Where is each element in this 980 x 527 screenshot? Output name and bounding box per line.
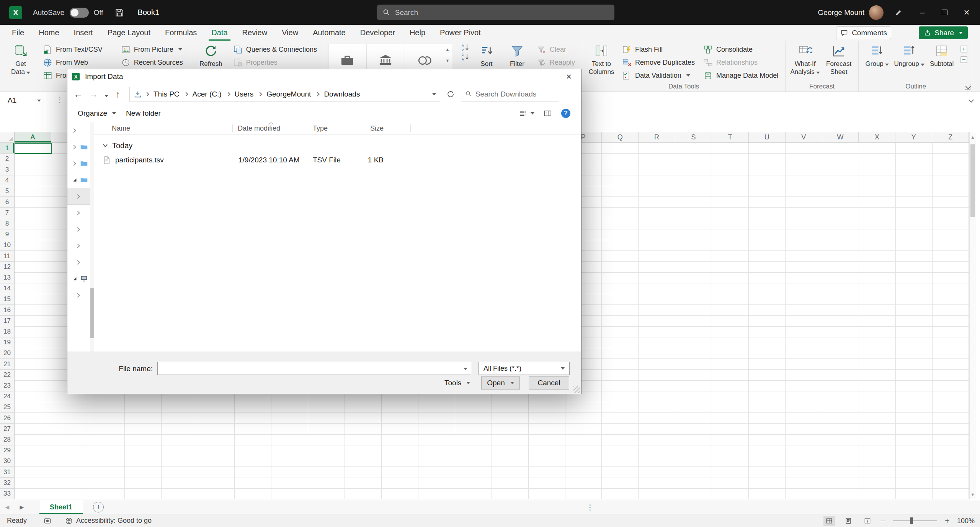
row-header-21[interactable]: 21 — [0, 359, 15, 370]
row-header-29[interactable]: 29 — [0, 445, 15, 456]
row-header-28[interactable]: 28 — [0, 434, 15, 445]
row-header-26[interactable]: 26 — [0, 413, 15, 424]
column-type[interactable]: Type — [313, 124, 328, 133]
row-header-10[interactable]: 10 — [0, 240, 15, 251]
address-dropdown-icon[interactable] — [432, 93, 436, 95]
group-header-today[interactable]: Today — [94, 140, 132, 151]
minimize-button[interactable]: – — [912, 0, 933, 25]
search-input[interactable] — [395, 8, 609, 17]
flash-fill-button[interactable]: Flash Fill — [619, 43, 698, 56]
user-avatar[interactable] — [869, 5, 884, 20]
row-header-23[interactable]: 23 — [0, 380, 15, 391]
column-header-Q[interactable]: Q — [602, 132, 639, 143]
cancel-button[interactable]: Cancel — [529, 376, 569, 390]
column-header-W[interactable]: W — [822, 132, 859, 143]
column-header-X[interactable]: X — [859, 132, 895, 143]
accessibility-status[interactable]: Accessibility: Good to go — [65, 517, 152, 525]
column-divider[interactable] — [410, 124, 411, 132]
get-data-button[interactable]: Get Data — [4, 43, 38, 83]
scroll-up-icon[interactable]: ▲ — [970, 132, 976, 142]
chevron-down-icon[interactable] — [71, 177, 78, 183]
tab-formulas[interactable]: Formulas — [158, 25, 204, 41]
dialog-title-bar[interactable]: X Import Data × — [67, 69, 581, 84]
text-to-columns-button[interactable]: Text to Columns — [586, 43, 617, 83]
tree-scrollbar[interactable] — [90, 122, 94, 352]
row-header-1[interactable]: 1 — [0, 143, 15, 154]
file-name-input[interactable] — [158, 362, 458, 375]
subtotal-button[interactable]: Subtotal — [927, 43, 957, 83]
chevron-right-icon[interactable] — [75, 259, 82, 266]
column-divider[interactable] — [232, 124, 233, 132]
from-text-csv-button[interactable]: From Text/CSV — [40, 43, 116, 56]
recent-sources-button[interactable]: Recent Sources — [118, 56, 186, 69]
remove-duplicates-button[interactable]: Remove Duplicates — [619, 56, 698, 69]
sort-za-button[interactable]: ZA — [460, 52, 470, 61]
column-divider[interactable] — [371, 124, 371, 132]
row-header-20[interactable]: 20 — [0, 348, 15, 359]
zoom-out-button[interactable]: − — [881, 517, 885, 525]
vertical-scroll-thumb[interactable] — [970, 144, 975, 217]
tab-help[interactable]: Help — [402, 25, 433, 41]
tab-power-pivot[interactable]: Power Pivot — [433, 25, 488, 41]
zoom-in-button[interactable]: + — [945, 517, 949, 525]
column-header-Y[interactable]: Y — [895, 132, 932, 143]
tab-bar-more-icon[interactable]: ⋮ — [586, 503, 594, 512]
select-all-corner[interactable] — [0, 132, 15, 143]
column-header-V[interactable]: V — [786, 132, 822, 143]
breadcrumb-user[interactable]: GeorgeMount — [263, 90, 314, 98]
open-button[interactable]: Open — [481, 376, 520, 390]
column-header-R[interactable]: R — [639, 132, 675, 143]
row-header-25[interactable]: 25 — [0, 402, 15, 413]
share-button[interactable]: Share — [919, 26, 968, 39]
row-header-3[interactable]: 3 — [0, 164, 15, 175]
row-header-31[interactable]: 31 — [0, 467, 15, 478]
pen-icon[interactable] — [888, 0, 909, 25]
row-header-18[interactable]: 18 — [0, 326, 15, 337]
queries-connections-button[interactable]: Queries & Connections — [230, 43, 320, 56]
tab-review[interactable]: Review — [235, 25, 275, 41]
normal-view-button[interactable] — [823, 516, 835, 526]
close-button[interactable]: × — [956, 0, 977, 25]
row-header-24[interactable]: 24 — [0, 391, 15, 402]
save-icon[interactable] — [114, 8, 124, 18]
show-detail-button[interactable] — [959, 44, 969, 54]
formula-bar-handle[interactable]: ⋮ — [56, 95, 64, 104]
autosave-toggle[interactable] — [70, 8, 89, 18]
user-name[interactable]: George Mount — [818, 0, 864, 25]
preview-pane-button[interactable] — [544, 109, 552, 118]
row-header-15[interactable]: 15 — [0, 294, 15, 305]
breadcrumb-downloads[interactable]: Downloads — [321, 90, 363, 98]
column-size[interactable]: Size — [362, 124, 384, 133]
row-header-4[interactable]: 4 — [0, 175, 15, 186]
breadcrumb-drive[interactable]: Acer (C:) — [189, 90, 225, 98]
chevron-right-icon[interactable] — [75, 226, 82, 233]
row-header-30[interactable]: 30 — [0, 456, 15, 467]
resize-grip[interactable] — [573, 386, 580, 393]
chevron-right-icon[interactable] — [71, 144, 78, 151]
what-if-analysis-button[interactable]: What-If Analysis — [789, 43, 821, 83]
page-layout-view-button[interactable] — [843, 516, 854, 526]
formula-bar-expand-icon[interactable] — [969, 97, 974, 103]
maximize-button[interactable] — [934, 0, 955, 25]
column-header-U[interactable]: U — [749, 132, 786, 143]
tab-data[interactable]: Data — [204, 25, 235, 41]
selected-cell-a1[interactable] — [15, 143, 52, 154]
next-sheet-button[interactable]: ▶ — [15, 504, 29, 510]
chevron-right-icon[interactable] — [75, 292, 82, 299]
column-header-Z[interactable]: Z — [932, 132, 969, 143]
forward-button[interactable]: → — [87, 89, 100, 100]
chevron-right-icon[interactable] — [71, 127, 78, 134]
macro-record-icon[interactable] — [44, 517, 51, 525]
row-header-5[interactable]: 5 — [0, 186, 15, 197]
data-validation-button[interactable]: Data Validation — [619, 69, 698, 82]
row-header-7[interactable]: 7 — [0, 208, 15, 218]
column-header-T[interactable]: T — [712, 132, 749, 143]
recent-locations-button[interactable] — [103, 89, 109, 100]
organize-button[interactable]: Organize — [73, 105, 121, 122]
chevron-right-icon[interactable] — [71, 160, 78, 167]
column-date-modified[interactable]: Date modified — [238, 124, 280, 133]
tab-view[interactable]: View — [274, 25, 305, 41]
breadcrumb-this-pc[interactable]: This PC — [150, 90, 183, 98]
name-box[interactable]: A1 — [0, 92, 45, 132]
tab-file[interactable]: File — [5, 25, 31, 41]
